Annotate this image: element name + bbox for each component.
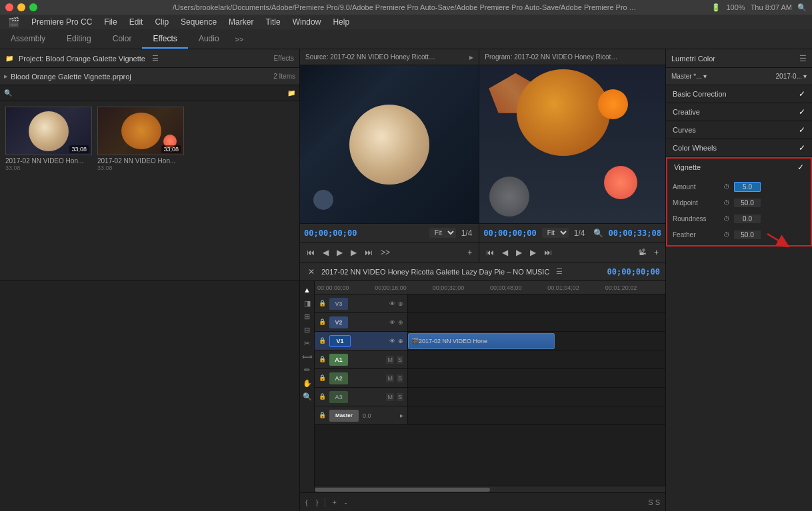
source-back-btn[interactable]: ◀: [320, 247, 331, 258]
source-fit-select[interactable]: Fit: [429, 228, 456, 238]
track-clip-v1[interactable]: 🎬 2017-02 NN VIDEO Hone: [408, 333, 555, 349]
ripple-tool[interactable]: ⊞: [301, 310, 313, 322]
project-menu-icon[interactable]: ☰: [152, 54, 159, 63]
program-fit-select[interactable]: Fit: [542, 228, 569, 238]
master-expand[interactable]: ▸: [400, 412, 403, 419]
scrollbar-thumb[interactable]: [315, 488, 490, 492]
hand-tool[interactable]: ✋: [301, 377, 313, 389]
section-header-vignette[interactable]: Vignette ✓: [667, 159, 811, 176]
pen-tool[interactable]: ✏: [301, 364, 313, 376]
timeline-close-btn[interactable]: ✕: [305, 266, 317, 278]
menu-marker[interactable]: Marker: [223, 16, 259, 28]
program-back-btn[interactable]: ◀: [499, 247, 511, 258]
list-item[interactable]: 33;08 2017-02 NN VIDEO Hon... 33;08: [5, 107, 92, 171]
section-header-curves[interactable]: Curves ✓: [666, 121, 812, 139]
program-add-btn[interactable]: +: [651, 247, 661, 258]
eye-icon-v1[interactable]: 👁: [389, 338, 395, 344]
source-forward-btn[interactable]: ▶: [348, 247, 359, 258]
rolling-tool[interactable]: ⊟: [301, 324, 313, 336]
vignette-roundness-icon[interactable]: ⏱: [722, 215, 731, 223]
lock-icon[interactable]: 🔒: [319, 393, 327, 401]
track-master-content[interactable]: [408, 406, 665, 424]
timeline-menu[interactable]: ☰: [556, 267, 563, 276]
section-check-color-wheels[interactable]: ✓: [799, 143, 805, 153]
window-controls[interactable]: [5, 3, 37, 11]
tab-color[interactable]: Color: [102, 30, 143, 49]
vignette-midpoint-icon[interactable]: ⏱: [722, 199, 731, 207]
menu-edit[interactable]: Edit: [124, 16, 149, 28]
source-add-btn[interactable]: +: [465, 247, 475, 258]
program-zoom-btn[interactable]: 1/4: [571, 227, 588, 239]
razor-tool[interactable]: ✂: [301, 337, 313, 349]
maximize-button[interactable]: [29, 3, 37, 11]
track-v3-content[interactable]: [408, 294, 665, 312]
track-select-tool[interactable]: ◨: [301, 297, 313, 309]
tl-zoom-in[interactable]: +: [329, 497, 339, 508]
track-v1-content[interactable]: 🎬 2017-02 NN VIDEO Hone: [408, 332, 665, 350]
s-btn-a3[interactable]: S: [397, 393, 403, 401]
lock-icon[interactable]: 🔒: [319, 374, 327, 382]
minimize-button[interactable]: [17, 3, 25, 11]
menu-file[interactable]: File: [99, 16, 122, 28]
tl-zoom-out[interactable]: -: [342, 497, 350, 508]
section-header-basic[interactable]: Basic Correction ✓: [666, 85, 812, 103]
section-check-basic[interactable]: ✓: [799, 89, 805, 99]
vignette-roundness-value[interactable]: 0.0: [734, 215, 761, 223]
section-check-creative[interactable]: ✓: [799, 107, 805, 117]
track-a1-content[interactable]: [408, 350, 665, 368]
track-v2-content[interactable]: [408, 313, 665, 331]
m-btn-a2[interactable]: M: [386, 374, 394, 382]
lock-icon[interactable]: 🔒: [319, 300, 327, 308]
list-item[interactable]: 33;08 2017-02 NN VIDEO Hon... 33;08: [97, 107, 184, 171]
menu-item-app[interactable]: Premiere Pro CC: [26, 16, 97, 28]
tl-settings-btn[interactable]: S S: [645, 497, 663, 508]
zoom-tl-tool[interactable]: 🔍: [301, 390, 313, 402]
tl-out-btn[interactable]: }: [313, 497, 321, 508]
timeline-scrollbar[interactable]: [315, 486, 665, 492]
track-eye-v3[interactable]: ⊕: [398, 300, 403, 307]
section-check-vignette[interactable]: ✓: [797, 163, 804, 172]
source-more-btn[interactable]: >>: [378, 247, 393, 258]
slip-tool[interactable]: ⟺: [301, 350, 313, 362]
new-folder-icon[interactable]: 📁: [287, 89, 295, 97]
source-step-fwd-btn[interactable]: ⏭: [362, 247, 375, 258]
vignette-midpoint-value[interactable]: 50.0: [734, 199, 761, 207]
search-icon[interactable]: 🔍: [797, 3, 807, 12]
tab-assembly[interactable]: Assembly: [0, 30, 56, 49]
lock-icon[interactable]: 🔒: [319, 337, 327, 345]
vignette-amount-icon[interactable]: ⏱: [722, 183, 731, 191]
eye-icon-v3[interactable]: 👁: [389, 300, 395, 307]
m-btn-a1[interactable]: M: [386, 356, 394, 364]
select-tool[interactable]: ▲: [301, 284, 313, 296]
program-forward-btn[interactable]: ▶: [527, 247, 539, 258]
tab-audio[interactable]: Audio: [188, 30, 230, 49]
menu-help[interactable]: Help: [327, 16, 355, 28]
program-play-btn[interactable]: ▶: [513, 247, 525, 258]
lock-icon[interactable]: 🔒: [319, 318, 327, 326]
menu-title[interactable]: Title: [260, 16, 285, 28]
tab-effects[interactable]: Effects: [142, 30, 187, 49]
menu-sequence[interactable]: Sequence: [175, 16, 222, 28]
master-dropdown[interactable]: Master *... ▾: [671, 73, 707, 80]
program-render-btn[interactable]: 📽: [635, 247, 649, 258]
lock-icon[interactable]: 🔒: [319, 356, 327, 364]
vignette-amount-value[interactable]: 5.0: [734, 182, 761, 192]
eye-icon-v2[interactable]: 👁: [389, 319, 395, 326]
lumetri-menu-icon[interactable]: ☰: [799, 54, 807, 63]
clip-dropdown[interactable]: 2017-0... ▾: [776, 73, 807, 80]
section-header-creative[interactable]: Creative ✓: [666, 103, 812, 121]
tabs-more[interactable]: >>: [230, 31, 249, 47]
program-zoom-icon[interactable]: 🔍: [591, 227, 606, 239]
section-check-curves[interactable]: ✓: [799, 125, 805, 135]
source-zoom-btn[interactable]: 1/4: [459, 227, 475, 239]
s-btn-a2[interactable]: S: [397, 374, 403, 382]
vignette-feather-value[interactable]: 50.0: [734, 231, 761, 239]
program-step-back-btn[interactable]: ⏮: [483, 247, 497, 258]
tl-in-btn[interactable]: {: [303, 497, 311, 508]
tab-editing[interactable]: Editing: [56, 30, 102, 49]
source-monitor-menu[interactable]: ▸: [469, 53, 473, 62]
source-play-btn[interactable]: ▶: [334, 247, 345, 258]
menu-clip[interactable]: Clip: [149, 16, 174, 28]
track-a3-content[interactable]: [408, 388, 665, 406]
search-input[interactable]: [15, 89, 285, 97]
